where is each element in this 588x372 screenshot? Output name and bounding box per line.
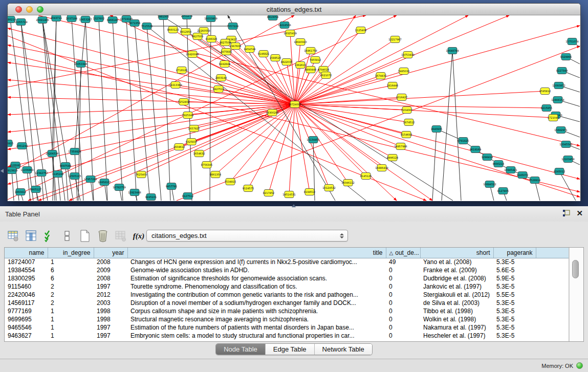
graph-node[interactable]: 9619169	[470, 146, 481, 153]
table-row[interactable]: 977716911998Corpus callosum shape and si…	[5, 307, 569, 315]
graph-node[interactable]: 8186328	[206, 36, 217, 42]
table-row[interactable]: 969969511998Structural magnetic resonanc…	[5, 315, 569, 323]
graph-node[interactable]: 9097588	[60, 163, 71, 169]
table-cell[interactable]: 1	[48, 307, 94, 315]
table-cell[interactable]: 1997	[94, 323, 127, 332]
table-cell[interactable]: Nakamura et al. (1997)	[420, 323, 493, 332]
table-cell[interactable]: 2012	[94, 291, 127, 299]
graph-node[interactable]: 1296414	[482, 154, 493, 161]
graph-node[interactable]: 1674437	[375, 73, 386, 79]
table-cell[interactable]: 9699695	[5, 315, 48, 323]
graph-node[interactable]: 8912954	[180, 29, 191, 35]
delete-column-button[interactable]	[96, 229, 110, 243]
column-header-out_de[interactable]: △out_de...	[386, 248, 420, 258]
table-cell[interactable]: 22420046	[5, 291, 48, 299]
network-canvas[interactable]: 1886214193557242069140620437112037194106…	[8, 15, 580, 201]
graph-edge[interactable]	[442, 51, 452, 201]
graph-edge[interactable]	[147, 26, 366, 201]
table-cell[interactable]: 9463627	[5, 332, 48, 340]
table-cell[interactable]: 0	[386, 266, 420, 274]
graph-edge[interactable]	[8, 104, 295, 167]
table-cell[interactable]: 1	[48, 332, 94, 340]
table-cell[interactable]: 2008	[94, 258, 127, 266]
graph-node[interactable]: 12217967	[388, 36, 401, 43]
table-cell[interactable]: Hescheler et al. (1997)	[420, 332, 493, 340]
graph-node[interactable]: 16033809	[204, 15, 217, 22]
graph-edge[interactable]	[8, 104, 295, 184]
table-cell[interactable]: Stergiakouli et al. (2012)	[420, 291, 493, 299]
memory-ok-indicator[interactable]	[576, 362, 583, 369]
graph-edge[interactable]	[69, 104, 295, 201]
table-cell[interactable]: 0	[386, 315, 420, 323]
graph-node[interactable]: 7204067	[401, 107, 412, 114]
table-cell[interactable]: 2	[48, 282, 94, 291]
graph-node[interactable]: 1327602	[93, 15, 104, 22]
graph-node[interactable]: 12103458	[561, 156, 574, 163]
graph-edge[interactable]	[248, 104, 295, 188]
graph-node[interactable]: 6466140	[107, 17, 118, 24]
graph-node[interactable]: 7528914	[529, 177, 540, 184]
graph-node[interactable]: 16782759	[113, 184, 125, 191]
graph-node[interactable]: 9154692	[401, 132, 412, 138]
table-cell[interactable]: 5.9E-5	[493, 274, 536, 282]
table-cell[interactable]: 5.5E-5	[493, 291, 536, 299]
graph-node[interactable]: 16958107	[98, 179, 111, 186]
graph-edge[interactable]	[99, 18, 107, 201]
table-cell[interactable]: 0	[386, 274, 420, 282]
graph-node[interactable]: 12093872	[552, 82, 565, 89]
table-row[interactable]: 1872400712008Changes of HCN gene express…	[5, 258, 569, 266]
graph-node[interactable]: 16648784	[446, 48, 459, 54]
table-cell[interactable]: Estimation of the future numbers of pati…	[127, 323, 386, 332]
graph-node[interactable]: 8660123	[167, 27, 179, 33]
table-row[interactable]: 946362711997Embryonic stem cells: a mode…	[5, 332, 569, 340]
graph-node[interactable]: 19218506	[278, 22, 291, 29]
graph-node[interactable]: 1657925	[188, 125, 200, 132]
zoom-button[interactable]	[37, 6, 43, 13]
graph-node[interactable]: 1860412	[15, 189, 26, 195]
graph-node[interactable]: 10945421	[504, 167, 517, 173]
graph-edge[interactable]	[147, 26, 161, 201]
table-cell[interactable]: Investigating the contribution of common…	[127, 291, 386, 299]
graph-node[interactable]: 8127512	[182, 193, 193, 200]
graph-node[interactable]: 2037194	[66, 15, 77, 22]
graph-node[interactable]: 9990448	[305, 67, 316, 73]
graph-node[interactable]: 8822037	[281, 59, 292, 65]
graph-node[interactable]: 20206536	[46, 150, 58, 157]
graph-node[interactable]: 1654632	[193, 150, 205, 157]
graph-node[interactable]: 8217452	[263, 190, 274, 196]
graph-node[interactable]: 1604612	[173, 144, 185, 150]
graph-node[interactable]: 7485033	[398, 68, 409, 75]
graph-node[interactable]: 1362615	[295, 62, 306, 69]
graph-node[interactable]: 10694522	[483, 181, 496, 188]
graph-node[interactable]: 9124575	[243, 185, 254, 192]
table-cell[interactable]: 5.3E-5	[493, 282, 536, 291]
table-cell[interactable]: 2009	[94, 266, 127, 274]
scrollbar-thumb[interactable]	[572, 260, 579, 278]
graph-node[interactable]: 19753439	[401, 52, 414, 58]
graph-node[interactable]: 9227349	[556, 68, 568, 74]
table-cell[interactable]: 5.3E-5	[493, 315, 536, 323]
table-cell[interactable]: 2003	[94, 299, 127, 307]
graph-edge[interactable]	[295, 104, 580, 179]
graph-node[interactable]: 18325419	[284, 30, 296, 37]
graph-edge[interactable]	[194, 104, 295, 128]
table-cell[interactable]: 0	[386, 323, 420, 332]
table-cell[interactable]: 1	[48, 315, 94, 323]
import-table-button[interactable]	[114, 229, 128, 243]
graph-node[interactable]: 9245072	[517, 172, 528, 179]
graph-node[interactable]: 6791925	[458, 138, 469, 144]
graph-node[interactable]: 1588520	[270, 55, 281, 61]
table-cell[interactable]: 9777169	[5, 307, 48, 315]
table-cell[interactable]: 0	[386, 332, 420, 340]
table-cell[interactable]: de Silva et al. (2003)	[420, 299, 493, 307]
graph-node[interactable]: 1721045	[548, 115, 559, 121]
graph-node[interactable]: 22420046	[186, 51, 199, 58]
graph-edge[interactable]	[12, 170, 14, 201]
graph-node[interactable]: 16886439	[375, 165, 388, 171]
table-cell[interactable]: 5.3E-5	[493, 323, 536, 332]
row-height-button[interactable]	[60, 229, 74, 243]
graph-node[interactable]: 20053346	[74, 61, 87, 68]
table-cell[interactable]: Corpus callosum shape and size in male p…	[127, 307, 386, 315]
graph-node[interactable]: 7955812	[310, 57, 321, 63]
table-cell[interactable]: 49	[386, 258, 420, 266]
